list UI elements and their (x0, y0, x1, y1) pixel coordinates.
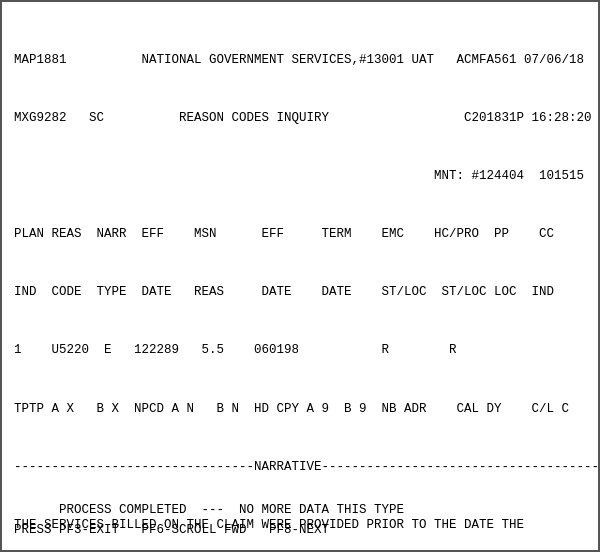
line-6: 1 U5220 E 122289 5.5 060198 R R (14, 341, 586, 360)
line-5: IND CODE TYPE DATE REAS DATE DATE ST/LOC… (14, 283, 586, 302)
process-completed-line: PROCESS COMPLETED --- NO MORE DATA THIS … (14, 501, 586, 520)
function-keys-line: PRESS PF3-EXIT PF6-SCROLL FWD PF8-NEXT (14, 521, 586, 540)
line-2: MXG9282 SC REASON CODES INQUIRY C201831P… (14, 109, 586, 128)
line-1: MAP1881 NATIONAL GOVERNMENT SERVICES,#13… (14, 51, 586, 70)
line-3: MNT: #124404 101515 (14, 167, 586, 186)
line-7: TPTP A X B X NPCD A N B N HD CPY A 9 B 9… (14, 400, 586, 419)
bottom-bar: PROCESS COMPLETED --- NO MORE DATA THIS … (14, 501, 586, 540)
terminal-window: MAP1881 NATIONAL GOVERNMENT SERVICES,#13… (0, 0, 600, 552)
narrative-divider: --------------------------------NARRATIV… (14, 458, 586, 477)
line-4: PLAN REAS NARR EFF MSN EFF TERM EMC HC/P… (14, 225, 586, 244)
terminal-content: MAP1881 NATIONAL GOVERNMENT SERVICES,#13… (14, 12, 586, 552)
